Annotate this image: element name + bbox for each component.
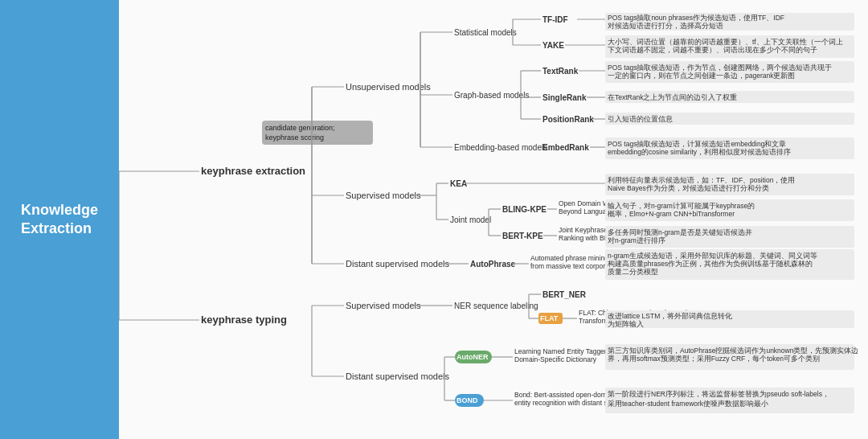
typing-supervised-label: Supervised models: [346, 301, 421, 310]
ner-seq-label: NER sequence labeling: [454, 302, 538, 310]
autophrase-title1: Automated phrase mining: [530, 254, 608, 262]
bond-desc1: 第一阶段进行NER序列标注，将远监督标签替换为pseudo soft-label…: [608, 390, 829, 398]
autoner-desc1: 第三方知识库类别词，AutoPhrase挖掘候选词作为unknown类型，先预测…: [608, 347, 858, 355]
flat-label: FLAT: [540, 314, 559, 322]
singlerank-label: SingleRank: [542, 93, 587, 102]
yake-desc2: 下文词语越不固定，词越不重要）、词语出现在多少个不同的句子: [608, 46, 817, 54]
autophrase-desc3: 质量二分类模型: [608, 268, 658, 276]
mindmap-svg: keyphrase extraction candidate generatio…: [119, 6, 868, 439]
embedding-label: Embedding-based models: [454, 143, 547, 152]
yake-desc1: 大小写、词语位置（越靠前的词语越重要）、tf、上下文关联性（一个词上: [608, 38, 843, 46]
positionrank-desc: 引入短语的位置信息: [608, 115, 673, 123]
flat-desc1: 改进lattice LSTM，将外部词典信息转化: [608, 312, 732, 320]
singlerank-desc: 在TextRank之上为节点间的边引入了权重: [608, 93, 737, 101]
keyphrase-typing-label: keyphrase typing: [201, 314, 287, 326]
autophrase-title2: from massive text corpora: [530, 262, 609, 270]
bond-desc2: 采用teacher-student framework使噪声数据影响最小: [608, 400, 768, 408]
knowledge-extraction-title: KnowledgeExtraction: [21, 201, 98, 239]
bert-kpe-desc1: 多任务同时预测n-gram是否是关键短语候选并: [608, 228, 752, 236]
keyphrase-extraction-label: keyphrase extraction: [201, 165, 305, 177]
graph-label: Graph-based models: [454, 91, 529, 100]
kea-desc1: 利用特征向量表示候选短语，如：TF、IDF、position，使用: [608, 176, 795, 184]
bling-desc1: 输入句子，对n-gram计算可能属于keyphrase的: [608, 202, 755, 210]
autoner-title2: Domain-Specific Dictionary: [514, 355, 597, 363]
bert-kpe-label: BERT-KPE: [502, 232, 543, 240]
embedrank-label: EmbedRank: [542, 143, 589, 152]
embedrank-desc1: POS tags抽取候选短语，计算候选短语embedding和文章: [608, 140, 786, 148]
unsupervised-label: Unsupervised models: [346, 82, 431, 92]
tfidf-desc1: POS tags抽取noun phrases作为候选短语，使用TF、IDF: [608, 14, 784, 22]
autoner-desc2: 界，再用softmax预测类型；采用Fuzzy CRF，每个token可多个类别: [608, 355, 820, 363]
tfidf-desc2: 对候选短语进行打分，选择高分短语: [608, 22, 723, 30]
statistical-label: Statistical models: [454, 28, 517, 37]
textrank-label: TextRank: [542, 67, 579, 76]
bert-kpe-desc2: 对n-gram进行排序: [608, 236, 665, 244]
flat-desc2: 为矩阵输入: [608, 320, 644, 328]
kea-desc2: Naive Bayes作为分类，对候选短语进行打分和分类: [608, 184, 769, 192]
autophrase-label: AutoPhrase: [470, 260, 516, 269]
textrank-desc2: 一定的窗口内，则在节点之间创建一条边，pagerank更新图: [608, 72, 795, 80]
bling-desc2: 概率，Elmo+N-gram CNN+biTransformer: [608, 210, 735, 218]
distant-sup-label: Distant supervised models: [346, 259, 450, 269]
textrank-desc1: POS tags抽取候选短语，作为节点，创建图网络，两个候选短语共现于: [608, 64, 832, 72]
kea-label: KEA: [450, 179, 467, 188]
autoner-label: AutoNER: [457, 353, 489, 361]
joint-label: Joint model: [450, 215, 491, 224]
bond-label: BOND: [457, 396, 478, 404]
gray-box-text: candidate generation;: [265, 124, 335, 132]
bert-ner-label: BERT_NER: [542, 290, 587, 299]
autophrase-desc1: n-gram生成候选短语，采用外部知识库的标题、关键词、同义词等: [608, 252, 817, 260]
typing-distant-label: Distant supervised models: [346, 371, 450, 381]
supervised-label: Supervised models: [346, 191, 421, 200]
positionrank-label: PositionRank: [542, 115, 594, 124]
autophrase-desc2: 构建高质量phrases作为正例，其他作为负例训练基于随机森林的: [607, 260, 813, 268]
gray-box-text2: keyphrase scoring: [265, 133, 324, 142]
mindmap-area: keyphrase extraction candidate generatio…: [119, 0, 868, 439]
embedrank-desc2: embedding的cosine similarity，利用相似度对候选短语排序: [608, 148, 791, 156]
tfidf-label: TF-IDF: [542, 15, 568, 24]
left-panel: KnowledgeExtraction: [0, 0, 119, 439]
yake-label: YAKE: [542, 41, 564, 50]
bling-label: BLING-KPE: [502, 205, 547, 214]
